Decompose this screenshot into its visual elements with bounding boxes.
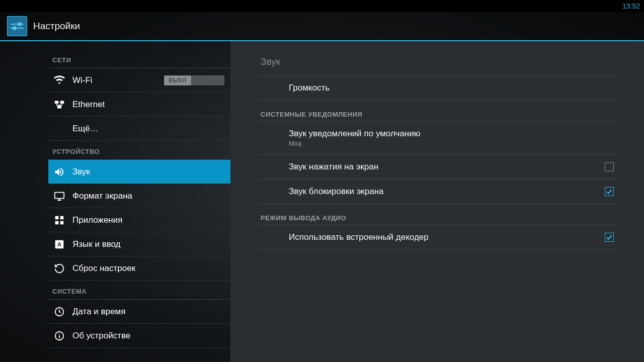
detail-item-label: Громкость	[289, 83, 614, 93]
detail-item-touch-sounds[interactable]: Звук нажатия на экран	[257, 155, 618, 179]
detail-category-notifications: СИСТЕМНЫЕ УВЕДОМЛЕНИЯ	[257, 101, 618, 122]
detail-title: Звук	[257, 47, 618, 76]
detail-item-default-notification[interactable]: Звук уведомлений по умолчанию Mira	[257, 122, 618, 155]
detail-category-audio-out: РЕЖИМ ВЫВОДА АУДИО	[257, 204, 618, 225]
wifi-toggle[interactable]: ВЫКЛ	[164, 75, 224, 85]
sidebar: СЕТИ Wi-Fi ВЫКЛ Ethernet Ещё…	[0, 41, 230, 362]
sidebar-item-label: Формат экрана	[72, 191, 225, 201]
svg-point-13	[59, 333, 60, 334]
svg-rect-7	[60, 221, 64, 224]
sidebar-category-networks: СЕТИ	[48, 49, 230, 68]
svg-rect-6	[55, 221, 59, 224]
sidebar-item-label: Приложения	[72, 215, 225, 225]
svg-rect-5	[60, 216, 64, 219]
display-icon	[53, 190, 65, 202]
action-bar: Настройки	[0, 12, 644, 41]
language-icon: A	[53, 238, 65, 250]
sidebar-item-datetime[interactable]: Дата и время	[48, 300, 230, 324]
content: СЕТИ Wi-Fi ВЫКЛ Ethernet Ещё…	[0, 41, 644, 362]
detail-item-label: Звук уведомлений по умолчанию	[289, 129, 614, 139]
sidebar-item-ethernet[interactable]: Ethernet	[48, 93, 230, 117]
sidebar-item-display[interactable]: Формат экрана	[48, 184, 230, 208]
sidebar-category-device: УСТРОЙСТВО	[48, 141, 230, 160]
sidebar-item-language[interactable]: A Язык и ввод	[48, 232, 230, 256]
sidebar-item-apps[interactable]: Приложения	[48, 208, 230, 232]
sidebar-item-label: Об устройстве	[72, 331, 225, 341]
apps-icon	[53, 214, 65, 226]
detail-panel: Звук Громкость СИСТЕМНЫЕ УВЕДОМЛЕНИЯ Зву…	[230, 41, 644, 362]
wifi-icon	[53, 74, 65, 86]
ethernet-icon	[53, 99, 65, 111]
sidebar-item-about[interactable]: Об устройстве	[48, 324, 230, 348]
detail-item-label: Звук блокировки экрана	[289, 187, 605, 197]
sidebar-item-wifi[interactable]: Wi-Fi ВЫКЛ	[48, 68, 230, 93]
info-icon	[53, 330, 65, 342]
sound-icon	[53, 166, 65, 178]
sidebar-item-label: Язык и ввод	[72, 239, 225, 249]
detail-item-lock-sound[interactable]: Звук блокировки экрана	[257, 179, 618, 204]
sidebar-item-label: Ethernet	[72, 100, 225, 110]
checkbox-touch-sounds[interactable]	[605, 162, 614, 171]
detail-item-volume[interactable]: Громкость	[257, 76, 618, 101]
sidebar-item-more[interactable]: Ещё…	[48, 117, 230, 141]
svg-rect-0	[55, 101, 59, 104]
sidebar-item-label: Wi-Fi	[72, 75, 164, 85]
checkbox-builtin-decoder[interactable]	[605, 233, 614, 242]
page-title: Настройки	[33, 21, 80, 32]
svg-rect-2	[57, 105, 61, 108]
status-bar: 13:52	[0, 0, 644, 12]
reset-icon	[53, 262, 65, 275]
clock-icon	[53, 306, 65, 318]
detail-item-value: Mira	[289, 140, 614, 147]
detail-item-label: Звук нажатия на экран	[289, 162, 605, 172]
sidebar-item-label: Дата и время	[72, 307, 225, 317]
detail-item-label: Использовать встроенный декодер	[289, 232, 605, 242]
detail-item-builtin-decoder[interactable]: Использовать встроенный декодер	[257, 225, 618, 250]
sidebar-category-system: СИСТЕМА	[48, 281, 230, 300]
sidebar-item-label: Ещё…	[72, 124, 225, 134]
sidebar-item-label: Звук	[72, 167, 225, 177]
checkbox-lock-sound[interactable]	[605, 187, 614, 196]
sidebar-item-sound[interactable]: Звук	[48, 160, 230, 184]
sidebar-item-reset[interactable]: Сброс настроек	[48, 256, 230, 281]
svg-text:A: A	[57, 241, 62, 247]
settings-app-icon	[7, 16, 27, 36]
svg-rect-4	[55, 216, 59, 219]
status-time: 13:52	[622, 2, 640, 10]
sidebar-item-label: Сброс настроек	[72, 263, 225, 274]
svg-rect-3	[55, 192, 64, 198]
svg-rect-1	[60, 101, 64, 104]
